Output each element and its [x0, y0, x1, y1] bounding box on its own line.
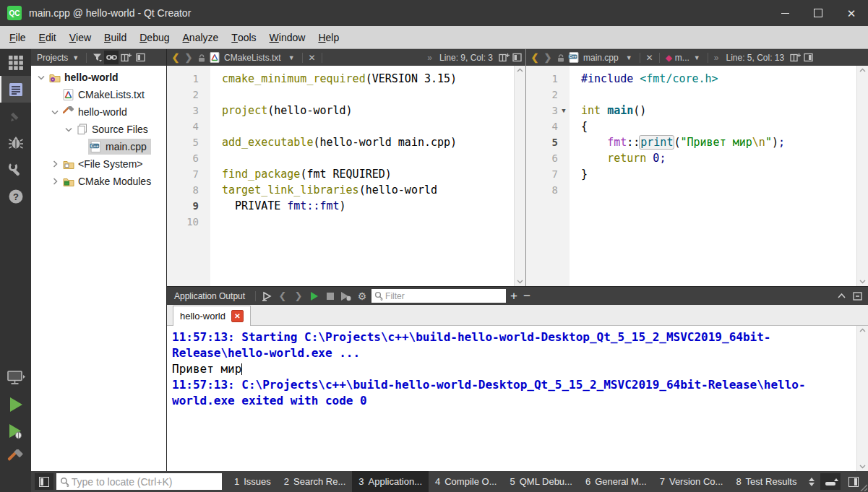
build-button[interactable]	[0, 444, 31, 471]
output-pane-button-application-[interactable]: 3Application...	[352, 471, 429, 492]
projects-dropdown-icon[interactable]: ▼	[72, 54, 79, 61]
close-split-icon[interactable]	[510, 51, 523, 64]
run-button[interactable]	[0, 391, 31, 418]
output-pane-button-test-results[interactable]: 8Test Results	[729, 471, 803, 492]
code-editor-maincpp[interactable]: #include <fmt/core.h>int main(){ fmt::pr…	[570, 66, 856, 286]
mode-projects[interactable]	[0, 156, 31, 183]
link-with-editor-icon[interactable]	[104, 51, 119, 64]
mode-welcome[interactable]	[0, 49, 31, 76]
output-pane-button-issues[interactable]: 1Issues	[228, 471, 278, 492]
split-icon[interactable]	[119, 51, 133, 64]
menu-help[interactable]: Help	[311, 26, 345, 48]
go-forward-icon[interactable]: ❯	[182, 51, 195, 64]
document-dropdown-icon[interactable]: ▼	[288, 54, 295, 61]
menu-file[interactable]: File	[3, 26, 33, 48]
symbol-dropdown-icon[interactable]: ▼	[694, 54, 700, 61]
tree-expander-icon[interactable]	[49, 110, 61, 115]
open-document-name[interactable]: main.cpp	[583, 53, 619, 63]
collapse-panel-chevron-icon[interactable]	[833, 288, 849, 303]
stop-icon[interactable]	[322, 288, 338, 303]
title-bar: QC main.cpp @ hello-world - Qt Creator ✕	[0, 0, 868, 26]
output-pane-button-version-co-[interactable]: 7Version Co...	[653, 471, 730, 492]
menu-tools[interactable]: Tools	[225, 26, 262, 48]
toggle-left-sidebar-button[interactable]	[35, 473, 53, 490]
resize-grip[interactable]	[857, 481, 867, 491]
mode-edit[interactable]	[0, 76, 31, 103]
build-progress-button[interactable]	[820, 473, 841, 490]
fold-marker-icon[interactable]: ▼	[558, 107, 570, 114]
output-tab-hello-world[interactable]: hello-world ✕	[173, 306, 251, 326]
tree-item-cmake-modules[interactable]: CMake Modules	[31, 173, 166, 190]
output-pane-button-compile-o-[interactable]: 4Compile O...	[429, 471, 503, 492]
editor-scrollbar[interactable]	[514, 66, 525, 286]
zoom-in-icon[interactable]: +	[507, 289, 520, 303]
history-forward-icon[interactable]: ❯	[291, 288, 306, 303]
maximize-button[interactable]	[802, 0, 835, 26]
history-back-icon[interactable]: ❮	[275, 288, 291, 303]
close-button[interactable]: ✕	[835, 0, 868, 26]
output-scrollbar[interactable]	[856, 326, 868, 471]
menu-build[interactable]: Build	[98, 26, 133, 48]
filter-input[interactable]	[384, 290, 503, 302]
scroll-down-icon[interactable]	[517, 280, 523, 284]
scroll-up-icon[interactable]	[517, 68, 523, 72]
menu-debug[interactable]: Debug	[133, 26, 176, 48]
minimize-button[interactable]	[768, 0, 802, 26]
filter-icon[interactable]	[90, 51, 104, 64]
tree-item-cmakelists-txt[interactable]: CMakeLists.txt	[31, 86, 166, 103]
debug-run-button[interactable]	[0, 418, 31, 444]
tree-expander-icon[interactable]	[49, 178, 61, 185]
kit-selector-button[interactable]	[0, 364, 31, 391]
go-forward-icon[interactable]: ❯	[541, 51, 554, 64]
tab-close-icon[interactable]: ✕	[231, 310, 244, 322]
scroll-down-icon[interactable]	[859, 465, 866, 469]
editor-scrollbar[interactable]	[856, 66, 868, 286]
output-pane-button-qml-debu-[interactable]: 5QML Debu...	[503, 471, 578, 492]
scroll-down-icon[interactable]	[859, 280, 866, 284]
output-text-area[interactable]: 11:57:13: Starting C:\Projects\c++\build…	[167, 326, 856, 471]
close-document-icon[interactable]: ✕	[643, 51, 656, 64]
debug-run-icon	[8, 423, 24, 439]
tree-item--file-system-[interactable]: <File System>	[31, 155, 166, 173]
zoom-out-icon[interactable]: −	[520, 289, 533, 303]
scroll-up-icon[interactable]	[859, 328, 866, 332]
go-back-icon[interactable]: ❮	[169, 51, 182, 64]
minimize-panel-icon[interactable]	[849, 288, 865, 303]
settings-gear-icon[interactable]: ⚙	[354, 288, 370, 303]
tree-item-source-files[interactable]: Source Files	[31, 121, 166, 138]
go-back-icon[interactable]: ❮	[528, 51, 541, 64]
close-document-icon[interactable]: ✕	[306, 51, 319, 64]
menu-view[interactable]: View	[63, 26, 98, 48]
tree-expander-icon[interactable]	[35, 75, 47, 80]
tree-item-hello-world[interactable]: hello-world	[31, 103, 166, 121]
tree-expander-icon[interactable]	[63, 127, 74, 132]
scroll-up-icon[interactable]	[859, 68, 866, 72]
close-split-icon[interactable]	[802, 51, 815, 64]
mode-help[interactable]: ?	[0, 183, 31, 210]
mode-debug[interactable]	[0, 129, 31, 156]
collapse-panel-icon[interactable]	[133, 51, 147, 64]
rerun-icon[interactable]	[259, 288, 275, 303]
menu-edit[interactable]: Edit	[33, 26, 63, 48]
output-pane-button-general-m-[interactable]: 6General M...	[579, 471, 653, 492]
tree-item-main-cpp[interactable]: C++main.cpp	[31, 138, 166, 155]
tree-item-hello-world[interactable]: hello-world	[31, 69, 166, 86]
code-editor-cmakelists[interactable]: cmake_minimum_required(VERSION 3.15)proj…	[210, 66, 514, 286]
toolbar-overflow-icon[interactable]: »	[714, 53, 719, 63]
document-dropdown-icon[interactable]: ▼	[626, 54, 632, 61]
menu-window[interactable]: Window	[263, 26, 312, 48]
projects-panel-title[interactable]: Projects	[31, 53, 72, 63]
mode-design[interactable]	[0, 103, 31, 129]
output-pane-button-search-re-[interactable]: 2Search Re...	[278, 471, 353, 492]
toolbar-overflow-icon[interactable]: »	[427, 53, 432, 63]
pane-cycle-arrows[interactable]	[809, 478, 815, 486]
attach-debugger-icon[interactable]	[338, 288, 354, 303]
split-editor-icon[interactable]	[788, 51, 802, 64]
locator-input[interactable]	[70, 475, 218, 488]
tree-expander-icon[interactable]	[49, 160, 61, 168]
split-editor-icon[interactable]	[497, 51, 510, 64]
symbol-selector[interactable]: m...	[675, 53, 689, 63]
run-icon[interactable]	[306, 288, 322, 303]
open-document-name[interactable]: CMakeLists.txt	[224, 53, 281, 63]
menu-analyze[interactable]: Analyze	[176, 26, 225, 48]
